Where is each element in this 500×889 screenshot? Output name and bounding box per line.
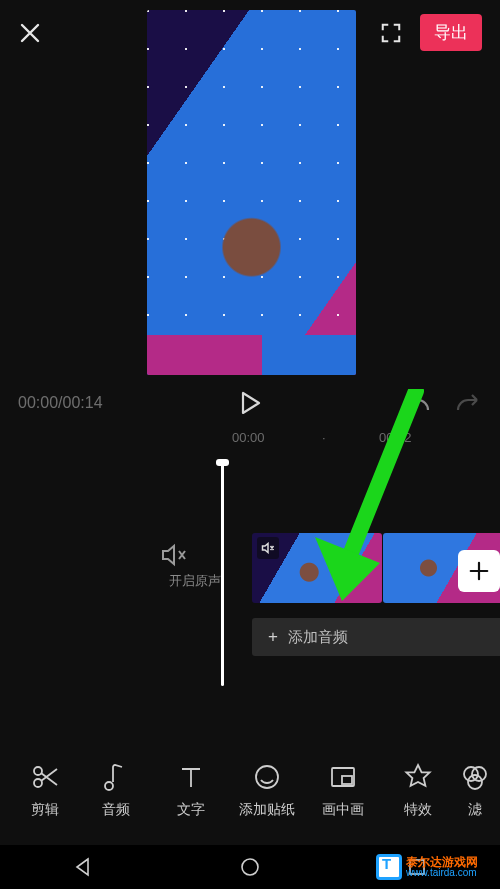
triangle-left-icon — [72, 856, 94, 878]
text-icon — [176, 762, 206, 792]
tool-label: 滤 — [468, 801, 482, 817]
time-display: 00:00/00:14 — [18, 394, 103, 412]
tool-label: 特效 — [404, 801, 432, 817]
svg-point-5 — [464, 767, 478, 781]
tool-effects[interactable]: 特效 — [382, 762, 454, 844]
plus-icon — [468, 560, 490, 582]
tool-audio[interactable]: 音频 — [80, 762, 152, 844]
svg-point-2 — [256, 766, 278, 788]
fullscreen-button[interactable] — [380, 22, 402, 44]
tool-text[interactable]: 文字 — [155, 762, 227, 844]
tool-sticker[interactable]: 添加贴纸 — [231, 762, 303, 844]
clip-mute-badge — [257, 537, 279, 559]
time-ruler: 00:00 · 00:02 — [0, 430, 500, 454]
star-icon — [403, 762, 433, 792]
plus-icon: + — [268, 627, 278, 647]
toggle-original-sound-label: 开启原声 — [160, 572, 230, 590]
ruler-tick: 00:02 — [379, 430, 412, 445]
video-preview[interactable] — [147, 10, 356, 375]
tool-label: 剪辑 — [31, 801, 59, 817]
redo-button[interactable] — [454, 392, 482, 414]
sticker-icon — [252, 762, 282, 792]
music-note-icon — [101, 762, 131, 792]
svg-rect-4 — [342, 776, 352, 784]
ruler-dot: · — [322, 430, 326, 445]
play-icon — [238, 390, 262, 416]
nav-recent[interactable] — [406, 856, 428, 878]
undo-icon — [404, 392, 432, 414]
ruler-tick: 00:00 — [232, 430, 265, 445]
export-button[interactable]: 导出 — [420, 14, 482, 51]
tool-label: 画中画 — [322, 801, 364, 817]
add-audio-button[interactable]: + 添加音频 — [252, 618, 500, 656]
svg-point-8 — [242, 859, 258, 875]
redo-icon — [454, 392, 482, 414]
scissors-icon — [30, 762, 60, 792]
tool-label: 文字 — [177, 801, 205, 817]
circle-icon — [239, 856, 261, 878]
undo-button[interactable] — [404, 392, 432, 414]
play-button[interactable] — [238, 390, 262, 416]
add-audio-label: 添加音频 — [288, 628, 348, 647]
mute-icon — [160, 543, 188, 567]
playhead[interactable] — [221, 461, 224, 686]
add-clip-button[interactable] — [458, 550, 500, 592]
fullscreen-icon — [380, 22, 402, 44]
filter-icon — [460, 762, 490, 792]
tool-filter[interactable]: 滤 — [458, 762, 492, 844]
pip-icon — [328, 762, 358, 792]
square-icon — [406, 856, 428, 878]
toggle-original-sound[interactable]: 开启原声 — [160, 543, 230, 590]
svg-point-6 — [472, 767, 486, 781]
svg-rect-9 — [410, 860, 424, 874]
close-icon — [18, 21, 42, 45]
tool-pip[interactable]: 画中画 — [307, 762, 379, 844]
tool-label: 音频 — [102, 801, 130, 817]
svg-point-7 — [468, 775, 482, 789]
nav-home[interactable] — [239, 856, 261, 878]
tool-cut[interactable]: 剪辑 — [14, 762, 76, 844]
close-button[interactable] — [18, 21, 42, 45]
tool-label: 添加贴纸 — [239, 801, 295, 817]
mute-icon — [261, 542, 275, 554]
nav-back[interactable] — [72, 856, 94, 878]
